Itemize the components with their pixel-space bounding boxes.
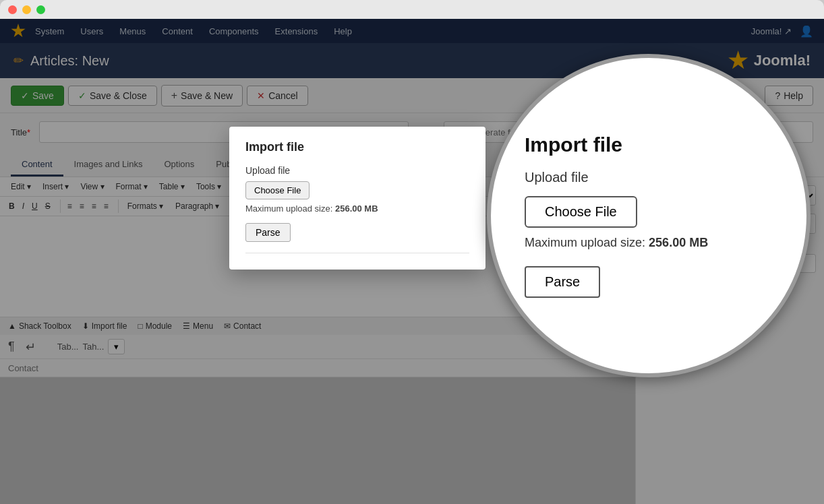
upload-file-label: Upload file bbox=[245, 165, 469, 176]
choose-file-button[interactable]: Choose File bbox=[245, 181, 310, 199]
modal-title: Import file bbox=[245, 140, 469, 154]
import-file-modal: Import file Upload file Choose File Maxi… bbox=[229, 127, 485, 270]
window-chrome bbox=[0, 0, 824, 19]
magnify-upload-label: Upload file bbox=[525, 170, 773, 185]
magnify-title: Import file bbox=[525, 133, 773, 156]
magnify-max-text: Maximum upload size: 256.00 MB bbox=[525, 236, 773, 250]
modal-divider bbox=[245, 253, 469, 253]
max-upload-text: Maximum upload size: 256.00 MB bbox=[245, 203, 469, 214]
magnify-parse-button[interactable]: Parse bbox=[525, 266, 600, 298]
parse-button[interactable]: Parse bbox=[245, 223, 291, 242]
minimize-button[interactable] bbox=[22, 5, 31, 14]
magnify-choose-file-button[interactable]: Choose File bbox=[525, 196, 637, 228]
maximize-button[interactable] bbox=[36, 5, 45, 14]
magnify-circle: Import file Upload file Choose File Maxi… bbox=[487, 54, 811, 377]
magnify-content: Import file Upload file Choose File Maxi… bbox=[491, 106, 806, 325]
close-button[interactable] bbox=[8, 5, 17, 14]
